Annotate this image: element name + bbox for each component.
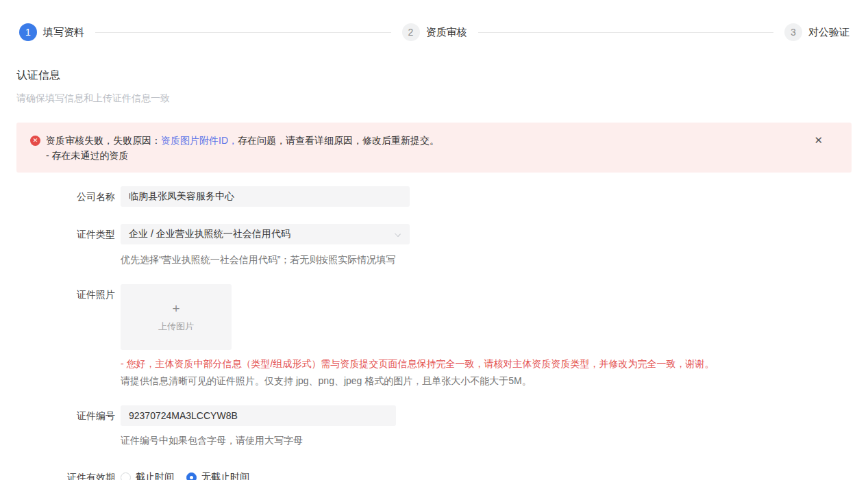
cert-type-row: 证件类型 企业 / 企业营业执照统一社会信用代码 优先选择“营业执照统一社会信用… — [0, 224, 868, 266]
cert-validity-radio-group: 截止时间 无截止时间 — [121, 470, 868, 480]
radio-deadline-label: 截止时间 — [136, 471, 174, 480]
radio-no-deadline[interactable]: 无截止时间 — [186, 471, 249, 480]
alert-text-prefix: 资质审核失败，失败原因： — [46, 135, 161, 146]
cert-number-row: 证件编号 证件编号中如果包含字母，请使用大写字母 — [0, 405, 868, 446]
cert-type-selected-value: 企业 / 企业营业执照统一社会信用代码 — [129, 228, 290, 240]
alert-line-2: - 存在未通过的资质 — [46, 148, 439, 163]
stepper-connector — [478, 32, 774, 33]
step-1-fill-info: 1 填写资料 — [19, 23, 84, 41]
radio-checked-icon — [186, 472, 197, 480]
radio-unchecked-icon — [121, 472, 131, 480]
upload-image-button[interactable]: + 上传图片 — [121, 284, 232, 350]
step-2-qualification-review: 2 资质审核 — [402, 23, 467, 41]
error-circle-icon: ✕ — [30, 136, 40, 146]
stepper: 1 填写资料 2 资质审核 3 对公验证 — [0, 0, 868, 41]
upload-image-label: 上传图片 — [158, 320, 194, 333]
cert-validity-label: 证件有效期 — [0, 470, 115, 480]
cert-number-label: 证件编号 — [0, 405, 115, 426]
alert-line-1: 资质审核失败，失败原因：资质图片附件ID，存在问题，请查看详细原因，修改后重新提… — [46, 133, 439, 148]
company-name-input[interactable] — [121, 186, 410, 207]
certification-form: 公司名称 证件类型 企业 / 企业营业执照统一社会信用代码 优先选择“营业执照统… — [0, 186, 868, 480]
audit-failed-alert: ✕ 资质审核失败，失败原因：资质图片附件ID，存在问题，请查看详细原因，修改后重… — [16, 123, 852, 173]
step-2-number-badge: 2 — [402, 23, 420, 41]
step-1-label: 填写资料 — [43, 26, 84, 39]
page-title: 认证信息 — [16, 68, 852, 83]
cert-type-label: 证件类型 — [0, 224, 115, 244]
cert-type-helper: 优先选择“营业执照统一社会信用代码”；若无则按照实际情况填写 — [121, 253, 868, 266]
section-head: 认证信息 请确保填写信息和上传证件信息一致 — [0, 68, 868, 105]
chevron-down-icon — [395, 231, 401, 237]
cert-photo-helper: 请提供信息清晰可见的证件照片。仅支持 jpg、png、jpeg 格式的图片，且单… — [121, 375, 868, 387]
step-3-label: 对公验证 — [808, 26, 850, 39]
stepper-connector — [95, 32, 391, 33]
cert-number-input[interactable] — [121, 405, 396, 426]
plus-icon: + — [172, 302, 179, 316]
cert-photo-label: 证件照片 — [0, 284, 115, 305]
cert-photo-row: 证件照片 + 上传图片 - 您好，主体资质中部分信息（类型/组成形式）需与资质提… — [0, 284, 868, 387]
page-subtitle: 请确保填写信息和上传证件信息一致 — [16, 92, 852, 105]
step-3-number-badge: 3 — [784, 23, 802, 41]
company-name-row: 公司名称 — [0, 186, 868, 207]
alert-text-suffix: 存在问题，请查看详细原因，修改后重新提交。 — [238, 135, 439, 146]
radio-no-deadline-label: 无截止时间 — [201, 471, 249, 480]
step-3-corporate-verification: 3 对公验证 — [784, 23, 850, 41]
cert-number-helper: 证件编号中如果包含字母，请使用大写字母 — [121, 434, 868, 446]
step-2-label: 资质审核 — [426, 26, 467, 39]
cert-validity-row: 证件有效期 截止时间 无截止时间 — [0, 470, 868, 480]
radio-deadline[interactable]: 截止时间 — [121, 471, 174, 480]
alert-close-icon[interactable]: ✕ — [814, 134, 823, 147]
attachment-id-link[interactable]: 资质图片附件ID， — [161, 135, 238, 146]
cert-type-select[interactable]: 企业 / 企业营业执照统一社会信用代码 — [121, 224, 410, 244]
alert-message: 资质审核失败，失败原因：资质图片附件ID，存在问题，请查看详细原因，修改后重新提… — [46, 133, 439, 163]
cert-photo-error-message: - 您好，主体资质中部分信息（类型/组成形式）需与资质提交页面信息保持完全一致，… — [121, 357, 868, 370]
step-1-number-badge: 1 — [19, 23, 37, 41]
company-name-label: 公司名称 — [0, 186, 115, 207]
